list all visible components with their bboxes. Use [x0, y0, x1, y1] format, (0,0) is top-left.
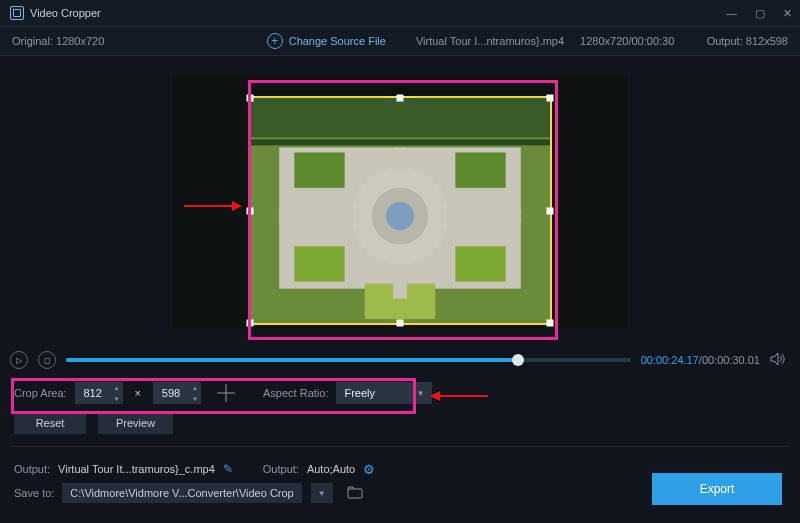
- annotation-arrow: [430, 390, 492, 404]
- crop-handle-mr[interactable]: [547, 207, 554, 214]
- output-settings-label: Output:: [263, 463, 299, 475]
- aspect-ratio-label: Aspect Ratio:: [263, 387, 328, 399]
- svg-marker-22: [430, 391, 440, 401]
- change-source-label: Change Source File: [289, 35, 386, 47]
- edit-filename-button[interactable]: ✎: [223, 462, 233, 476]
- preview-area: [0, 56, 800, 346]
- save-path: C:\Vidmore\Vidmore V...Converter\Video C…: [62, 483, 301, 503]
- app-title: Video Cropper: [30, 7, 101, 19]
- crop-handle-tr[interactable]: [547, 95, 554, 102]
- source-filename: Virtual Tour I...ntramuros}.mp4: [416, 35, 564, 47]
- crop-handle-bl[interactable]: [247, 320, 254, 327]
- output-dims: Output: 812x598: [707, 35, 788, 47]
- minimize-button[interactable]: —: [726, 7, 737, 20]
- center-crop-button[interactable]: [215, 382, 237, 404]
- crop-width-field[interactable]: ▲▼: [75, 382, 123, 404]
- source-dims-duration: 1280x720/00:00:30: [580, 35, 674, 47]
- play-button[interactable]: ▷: [10, 351, 28, 369]
- output-file-label: Output:: [14, 463, 50, 475]
- info-bar: Original: 1280x720 + Change Source File …: [0, 26, 800, 56]
- crop-controls: Crop Area: ▲▼ × ▲▼ Aspect Ratio: Freely …: [0, 374, 800, 412]
- save-to-label: Save to:: [14, 487, 54, 499]
- crop-height-field[interactable]: ▲▼: [153, 382, 201, 404]
- crop-height-input[interactable]: [153, 387, 189, 399]
- output-filename: Virtual Tour It...tramuros}_c.mp4: [58, 463, 215, 475]
- preview-button[interactable]: Preview: [98, 412, 173, 434]
- aspect-ratio-select[interactable]: Freely ▼: [336, 382, 432, 404]
- original-dims: Original: 1280x720: [12, 35, 104, 47]
- save-path-dropdown[interactable]: ▼: [311, 483, 333, 503]
- aspect-ratio-value: Freely: [344, 387, 375, 399]
- width-up[interactable]: ▲: [111, 382, 123, 393]
- width-down[interactable]: ▼: [111, 393, 123, 404]
- crop-width-input[interactable]: [75, 387, 111, 399]
- plus-icon: +: [267, 33, 283, 49]
- timecode: 00:00:24.17/00:00:30.01: [641, 354, 760, 366]
- multiply-label: ×: [135, 387, 141, 399]
- close-button[interactable]: ✕: [783, 7, 792, 20]
- timeline: ▷ ◻ 00:00:24.17/00:00:30.01: [0, 346, 800, 374]
- annotation-arrow: [180, 200, 242, 214]
- height-up[interactable]: ▲: [189, 382, 201, 393]
- open-folder-button[interactable]: [347, 486, 363, 501]
- chevron-down-icon: ▼: [417, 389, 425, 398]
- maximize-button[interactable]: ▢: [755, 7, 765, 20]
- stop-button[interactable]: ◻: [38, 351, 56, 369]
- export-button[interactable]: Export: [652, 473, 782, 505]
- svg-marker-20: [232, 201, 242, 211]
- svg-rect-18: [348, 489, 362, 498]
- settings-button[interactable]: ⚙: [363, 462, 375, 477]
- crop-handle-tl[interactable]: [247, 95, 254, 102]
- output-settings-value: Auto;Auto: [307, 463, 355, 475]
- crop-handle-bm[interactable]: [397, 320, 404, 327]
- volume-icon[interactable]: [770, 352, 786, 368]
- crop-handle-br[interactable]: [547, 320, 554, 327]
- height-down[interactable]: ▼: [189, 393, 201, 404]
- reset-button[interactable]: Reset: [14, 412, 86, 434]
- title-bar: Video Cropper — ▢ ✕: [0, 0, 800, 26]
- change-source-button[interactable]: + Change Source File: [267, 33, 386, 49]
- crop-handle-ml[interactable]: [247, 207, 254, 214]
- crop-box[interactable]: [249, 97, 551, 324]
- seek-slider[interactable]: [66, 358, 631, 362]
- crop-handle-tm[interactable]: [397, 95, 404, 102]
- crop-area-label: Crop Area:: [14, 387, 67, 399]
- app-icon: [10, 6, 24, 20]
